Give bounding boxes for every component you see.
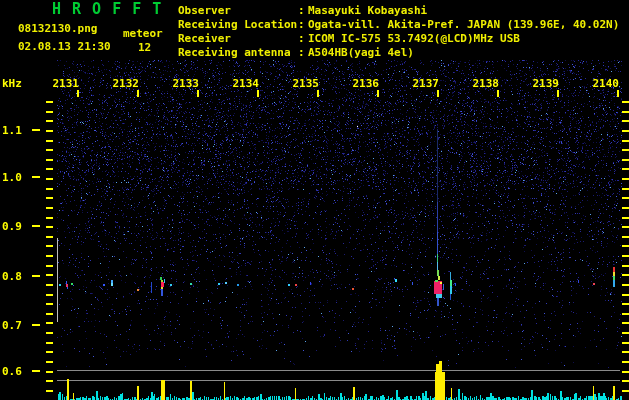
info-colon: : bbox=[298, 32, 308, 46]
freq-axis-label: 0.6 bbox=[2, 366, 22, 377]
info-colon: : bbox=[298, 4, 308, 18]
freq-axis-label: 1.1 bbox=[2, 125, 22, 136]
info-value: Masayuki Kobayashi bbox=[308, 4, 427, 18]
info-label: Receiver bbox=[178, 32, 298, 46]
info-row: Observer:Masayuki Kobayashi bbox=[178, 4, 619, 18]
info-value: ICOM IC-575 53.7492(@LCD)MHz USB bbox=[308, 32, 520, 46]
freq-axis-label: 0.9 bbox=[2, 221, 22, 232]
time-axis-label: 2136 bbox=[352, 78, 379, 89]
time-axis-label: 2132 bbox=[112, 78, 139, 89]
info-row: Receiving antenna:A504HB(yagi 4el) bbox=[178, 46, 619, 60]
info-row: Receiving Location:Ogata-vill. Akita-Pre… bbox=[178, 18, 619, 32]
time-axis-label: 2137 bbox=[412, 78, 439, 89]
output-filename: 08132130.png bbox=[18, 23, 97, 34]
hrofft-screenshot: H R O F F T 08132130.png meteor 02.08.13… bbox=[0, 0, 629, 400]
info-value: Ogata-vill. Akita-Pref. JAPAN (139.96E, … bbox=[308, 18, 619, 32]
info-label: Receiving Location bbox=[178, 18, 298, 32]
spectrogram-canvas bbox=[0, 0, 629, 400]
freq-axis-label: 1.0 bbox=[2, 172, 22, 183]
info-value: A504HB(yagi 4el) bbox=[308, 46, 414, 60]
mode-label: meteor bbox=[123, 28, 163, 39]
app-title: H R O F F T bbox=[52, 4, 162, 15]
station-info-block: Observer:Masayuki KobayashiReceiving Loc… bbox=[178, 4, 619, 60]
freq-axis-label: 0.7 bbox=[2, 320, 22, 331]
time-axis-label: 2133 bbox=[172, 78, 199, 89]
freq-axis-label: 0.8 bbox=[2, 271, 22, 282]
time-axis-label: 2135 bbox=[292, 78, 319, 89]
meteor-count: 12 bbox=[138, 42, 151, 53]
info-colon: : bbox=[298, 18, 308, 32]
time-axis-label: 2138 bbox=[472, 78, 499, 89]
time-axis-label: 2134 bbox=[232, 78, 259, 89]
date-time: 02.08.13 21:30 bbox=[18, 41, 111, 52]
time-axis-label: 2140 bbox=[592, 78, 619, 89]
frequency-axis-unit: kHz bbox=[2, 78, 22, 89]
info-label: Observer bbox=[178, 4, 298, 18]
time-axis-label: 2139 bbox=[532, 78, 559, 89]
info-colon: : bbox=[298, 46, 308, 60]
info-row: Receiver:ICOM IC-575 53.7492(@LCD)MHz US… bbox=[178, 32, 619, 46]
info-label: Receiving antenna bbox=[178, 46, 298, 60]
time-axis-label: 2131 bbox=[52, 78, 79, 89]
